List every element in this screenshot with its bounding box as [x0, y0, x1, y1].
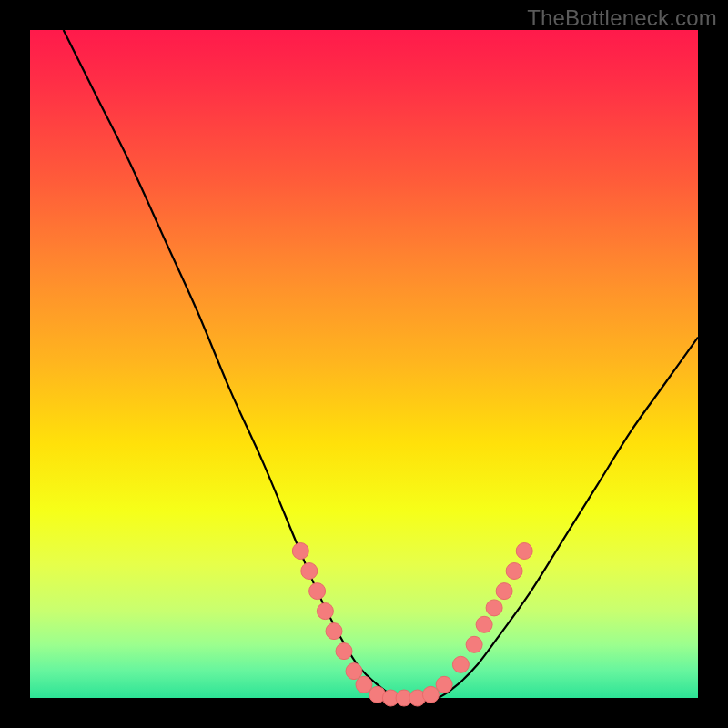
curve-dot [496, 583, 512, 600]
curve-dot [336, 643, 352, 660]
watermark-text: TheBottleneck.com [527, 5, 717, 31]
curve-dot [452, 656, 469, 672]
chart-svg [30, 30, 698, 698]
curve-dot [356, 676, 372, 693]
curve-dot [436, 676, 452, 693]
curve-dot [309, 583, 326, 600]
plot-area [30, 30, 698, 698]
curve-dot [346, 663, 362, 680]
chart-frame: TheBottleneck.com [0, 0, 728, 728]
curve-dot [516, 543, 532, 560]
curve-dot [326, 623, 342, 640]
bottleneck-curve [64, 30, 698, 699]
curve-dot [422, 686, 439, 703]
curve-dot [486, 600, 502, 616]
curve-dot [301, 563, 318, 580]
curve-dot [506, 563, 522, 580]
curve-dot [466, 636, 482, 652]
curve-dot [292, 543, 308, 560]
curve-dots-group [292, 543, 532, 707]
curve-dot [317, 603, 333, 620]
curve-dot [476, 616, 492, 632]
